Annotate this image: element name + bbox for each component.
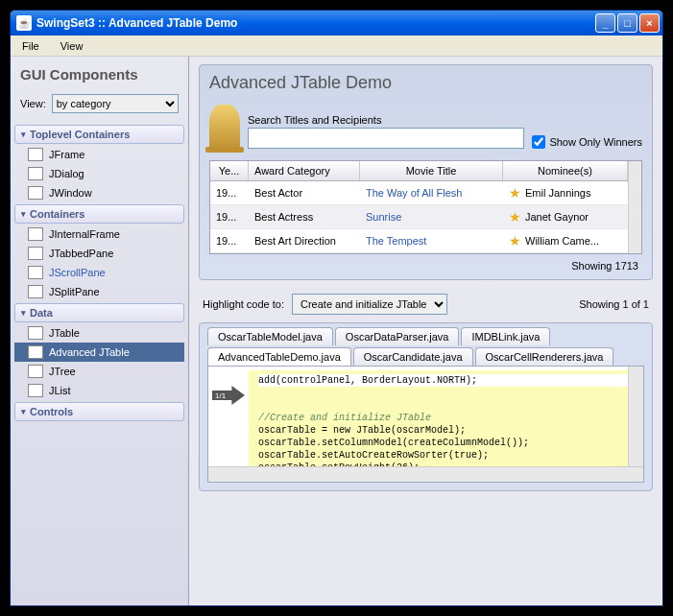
col-category[interactable]: Award Category [249,161,360,180]
component-icon [28,227,43,241]
show-winners-checkbox[interactable]: Show Only Winners [532,135,642,149]
menubar: File View [11,36,662,57]
component-icon [28,148,43,161]
view-label: View: [20,98,46,109]
movie-link[interactable]: The Way of All Flesh [360,184,503,201]
demo-panel: Advanced JTable Demo Search Titles and R… [199,64,653,280]
tab-oscardataparser-java[interactable]: OscarDataParser.java [335,327,460,345]
tab-oscartablemodel-java[interactable]: OscarTableModel.java [207,327,333,345]
minimize-button[interactable]: _ [595,13,615,33]
col-year[interactable]: Ye... [210,161,249,180]
highlight-count: Showing 1 of 1 [579,298,649,310]
tab-oscarcellrenderers-java[interactable]: OscarCellRenderers.java [475,347,614,366]
col-movie[interactable]: Movie Title [360,161,503,180]
category-containers[interactable]: Containers [14,204,184,224]
star-icon: ★ [509,233,521,249]
category-toplevel-containers[interactable]: Toplevel Containers [14,125,184,144]
movie-link[interactable]: Sunrise [360,208,503,225]
table-row[interactable]: 19...Best ActorThe Way of All Flesh★Emil… [210,181,628,205]
sidebar-item-jtabbedpane[interactable]: JTabbedPane [14,244,184,263]
titlebar[interactable]: ☕ SwingSet3 :: Advanced JTable Demo _ □ … [11,11,662,36]
component-icon [28,384,43,397]
highlight-select[interactable]: Create and initialize JTable [292,294,447,315]
tab-advancedtabledemo-java[interactable]: AdvancedTableDemo.java [207,347,351,366]
snippet-arrow-icon: 1/1 [212,386,245,405]
maximize-button[interactable]: □ [617,13,637,33]
sidebar-item-jlist[interactable]: JList [14,381,184,400]
code-panel: OscarTableModel.javaOscarDataParser.java… [199,322,653,491]
sidebar-item-advanced-jtable[interactable]: Advanced JTable [14,343,184,362]
app-window: ☕ SwingSet3 :: Advanced JTable Demo _ □ … [10,10,663,606]
table-row[interactable]: 19...Best ActressSunrise★Janet Gaynor [210,205,628,229]
demo-title: Advanced JTable Demo [209,73,642,101]
component-icon [28,345,43,359]
search-label: Search Titles and Recipients [248,114,524,128]
code-vscroll[interactable] [628,367,643,466]
sidebar-item-jdialog[interactable]: JDialog [14,164,184,183]
sidebar-item-jframe[interactable]: JFrame [14,145,184,164]
category-data[interactable]: Data [14,303,184,322]
showing-count: Showing 1713 [209,254,642,272]
menu-view[interactable]: View [55,38,89,54]
component-icon [28,285,43,298]
sidebar-item-jsplitpane[interactable]: JSplitPane [14,282,184,301]
code-hscroll[interactable] [208,466,643,482]
menu-file[interactable]: File [16,38,45,54]
tab-oscarcandidate-java[interactable]: OscarCandidate.java [353,347,473,366]
main-area: Advanced JTable Demo Search Titles and R… [189,57,662,605]
table-row[interactable]: 19...Best Art DirectionThe Tempest★Willi… [210,229,628,253]
component-icon [28,365,43,378]
view-select[interactable]: by category [52,94,179,113]
category-controls[interactable]: Controls [14,402,184,421]
sidebar-item-jtree[interactable]: JTree [14,362,184,381]
oscar-icon [209,105,240,149]
tab-imdblink-java[interactable]: IMDBLink.java [461,327,550,345]
component-icon [28,186,43,200]
search-input[interactable] [248,128,524,149]
star-icon: ★ [509,185,521,201]
show-winners-input[interactable] [532,135,545,149]
component-icon [28,167,43,180]
table-scrollbar[interactable] [628,161,641,253]
window-title: SwingSet3 :: Advanced JTable Demo [36,16,595,30]
results-table: Ye... Award Category Movie Title Nominee… [209,160,642,254]
col-nominee[interactable]: Nominee(s) [503,161,628,180]
sidebar-item-jinternalframe[interactable]: JInternalFrame [14,225,184,244]
star-icon: ★ [509,209,521,225]
component-icon [28,266,43,279]
movie-link[interactable]: The Tempest [360,232,503,249]
app-icon: ☕ [16,15,32,31]
close-button[interactable]: × [639,13,660,33]
highlight-label: Highlight code to: [203,298,284,310]
sidebar: GUI Components View: by category Topleve… [11,57,189,605]
component-icon [28,247,43,260]
code-viewer: 1/1 add(controlPanel, BorderLayout.NORTH… [207,366,644,483]
sidebar-item-jwindow[interactable]: JWindow [14,183,184,202]
sidebar-item-jtable[interactable]: JTable [14,323,184,343]
sidebar-title: GUI Components [12,60,186,90]
component-icon [28,326,43,340]
sidebar-item-jscrollpane[interactable]: JScrollPane [14,263,184,282]
